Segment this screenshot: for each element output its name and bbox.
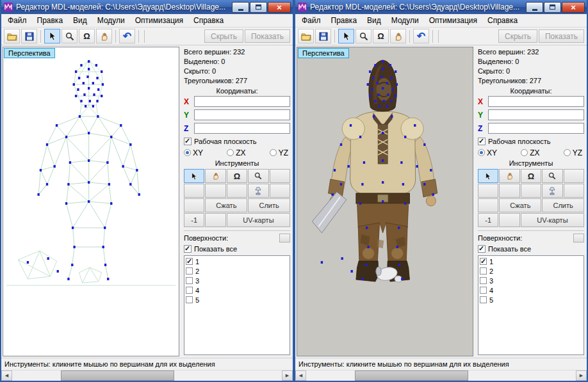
workplane-checkbox[interactable]: Рабочая плоскость	[478, 136, 584, 147]
pan-tool-button[interactable]	[390, 29, 406, 44]
menu-optimization[interactable]: Оптимизация	[424, 15, 482, 26]
zoom-tool-button[interactable]	[355, 29, 372, 44]
grid-empty-tool[interactable]	[205, 184, 225, 198]
titlebar[interactable]: Редактор MDL-моделей: C:\Users\Эдуард\De…	[295, 0, 587, 14]
uv-maps-button[interactable]: UV-карты	[227, 213, 290, 227]
scrollbar-track[interactable]	[12, 370, 282, 381]
surface-item[interactable]: 2	[186, 266, 288, 276]
show-all-checkbox[interactable]: Показать все	[184, 244, 290, 254]
menu-modules[interactable]: Модули	[92, 15, 130, 26]
plane-yz-radio[interactable]: YZ	[564, 148, 582, 157]
coord-x-input[interactable]	[488, 96, 584, 107]
menu-optimization[interactable]: Оптимизация	[130, 15, 188, 26]
save-button[interactable]	[315, 29, 331, 44]
titlebar[interactable]: Редактор MDL-моделей: C:\Users\Эдуард\De…	[1, 0, 293, 14]
grid-empty-tool[interactable]	[478, 184, 498, 198]
menu-help[interactable]: Справка	[188, 15, 229, 26]
grid-empty-tool[interactable]	[478, 198, 498, 212]
minimize-button[interactable]	[232, 2, 249, 13]
surface-item[interactable]: 1	[480, 257, 582, 266]
grid-select-tool[interactable]	[478, 169, 498, 183]
viewport[interactable]: Перспектива	[297, 47, 473, 356]
scrollbar-thumb[interactable]	[61, 370, 174, 381]
perspective-toggle[interactable]: Перспектива	[298, 48, 349, 58]
menu-file[interactable]: Файл	[297, 15, 326, 26]
show-all-checkbox[interactable]: Показать все	[478, 244, 584, 254]
grid-zoom-tool[interactable]	[542, 169, 562, 183]
plane-yz-radio[interactable]: YZ	[270, 148, 288, 157]
grid-rotate-tool[interactable]: Ω	[227, 169, 247, 183]
show-button[interactable]: Показать	[245, 29, 290, 43]
horizontal-scrollbar[interactable]: ◀ ▶	[295, 370, 587, 381]
coord-y-input[interactable]	[488, 109, 584, 120]
coord-y-input[interactable]	[194, 109, 290, 120]
surfaces-scroll-button[interactable]	[279, 234, 290, 243]
grid-zoom-tool[interactable]	[248, 169, 268, 183]
surface-item[interactable]: 2	[480, 266, 582, 276]
surface-item[interactable]: 3	[186, 276, 288, 285]
save-button[interactable]	[21, 29, 37, 44]
surface-item[interactable]: 5	[186, 295, 288, 305]
grid-empty-tool[interactable]	[184, 184, 204, 198]
surface-item[interactable]: 4	[480, 285, 582, 295]
close-button[interactable]: ×	[268, 2, 291, 13]
surface-item[interactable]: 3	[480, 276, 582, 285]
plane-zx-radio[interactable]: ZX	[521, 148, 539, 157]
plane-zx-radio[interactable]: ZX	[227, 148, 245, 157]
workplane-checkbox[interactable]: Рабочая плоскость	[184, 136, 290, 147]
undo-button[interactable]: ↶	[119, 29, 135, 44]
surface-item[interactable]: 1	[186, 257, 288, 266]
hide-button[interactable]: Скрыть	[498, 29, 537, 43]
menu-view[interactable]: Вид	[68, 15, 92, 26]
grid-select-tool[interactable]	[184, 169, 204, 183]
grid-empty-tool[interactable]	[499, 213, 519, 227]
surface-item[interactable]: 4	[186, 285, 288, 295]
horizontal-scrollbar[interactable]: ◀ ▶	[1, 370, 293, 381]
grid-lamp-tool[interactable]	[248, 184, 268, 198]
grid-empty-tool[interactable]	[270, 184, 290, 198]
scroll-right-button[interactable]: ▶	[282, 370, 293, 381]
scroll-left-button[interactable]: ◀	[295, 370, 306, 381]
select-tool-button[interactable]	[338, 29, 354, 44]
grid-empty-tool[interactable]	[564, 169, 584, 183]
open-button[interactable]	[4, 29, 20, 44]
zoom-tool-button[interactable]	[61, 29, 78, 44]
grid-empty-tool[interactable]	[564, 184, 584, 198]
open-button[interactable]	[298, 29, 314, 44]
grid-rotate-tool[interactable]: Ω	[521, 169, 541, 183]
undo-button[interactable]: ↶	[413, 29, 429, 44]
scroll-right-button[interactable]: ▶	[576, 370, 587, 381]
menu-help[interactable]: Справка	[482, 15, 523, 26]
grid-lamp-tool[interactable]	[542, 184, 562, 198]
merge-button[interactable]: Слить	[542, 198, 584, 212]
minus-one-button[interactable]: -1	[478, 213, 498, 227]
coord-z-input[interactable]	[194, 123, 290, 134]
scrollbar-thumb[interactable]	[355, 370, 468, 381]
surfaces-scroll-button[interactable]	[573, 234, 584, 243]
show-button[interactable]: Показать	[539, 29, 584, 43]
plane-xy-radio[interactable]: XY	[478, 148, 497, 157]
maximize-button[interactable]	[544, 2, 561, 13]
scrollbar-track[interactable]	[306, 370, 576, 381]
surface-item[interactable]: 5	[480, 295, 582, 305]
perspective-toggle[interactable]: Перспектива	[4, 48, 55, 58]
compress-button[interactable]: Сжать	[499, 198, 541, 212]
merge-button[interactable]: Слить	[248, 198, 290, 212]
maximize-button[interactable]	[250, 2, 267, 13]
grid-pan-tool[interactable]	[499, 169, 519, 183]
surfaces-list[interactable]: 1 2 3 4 5	[184, 255, 290, 355]
rotate-tool-button[interactable]: Ω	[79, 29, 95, 44]
hide-button[interactable]: Скрыть	[204, 29, 243, 43]
pan-tool-button[interactable]	[96, 29, 112, 44]
compress-button[interactable]: Сжать	[205, 198, 247, 212]
viewport[interactable]: Перспектива	[3, 47, 179, 356]
grid-pan-tool[interactable]	[205, 169, 225, 183]
minimize-button[interactable]	[526, 2, 543, 13]
minus-one-button[interactable]: -1	[184, 213, 204, 227]
menu-view[interactable]: Вид	[362, 15, 386, 26]
menu-edit[interactable]: Правка	[326, 15, 363, 26]
surfaces-list[interactable]: 1 2 3 4 5	[478, 255, 584, 355]
menu-modules[interactable]: Модули	[386, 15, 424, 26]
plane-xy-radio[interactable]: XY	[184, 148, 203, 157]
menu-file[interactable]: Файл	[3, 15, 32, 26]
